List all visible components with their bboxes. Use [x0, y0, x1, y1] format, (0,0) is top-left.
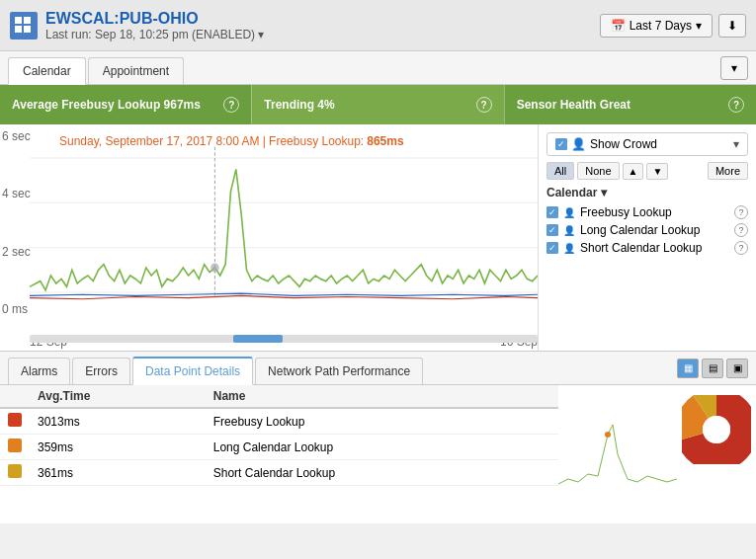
view-icon-list[interactable]: ▤ [702, 359, 723, 378]
main-tabs-row: Calendar Appointment ▾ [0, 51, 756, 85]
filter-row: All None ▲ ▼ More [546, 162, 748, 180]
chart-area[interactable]: Sunday, September 17, 2017 8:00 AM | Fre… [0, 124, 539, 351]
app-icon [10, 12, 38, 40]
col-name[interactable]: Name [206, 385, 558, 408]
bottom-tabs-row: Alarms Errors Data Point Details Network… [0, 352, 756, 385]
metric-freebusy-help[interactable]: ? [223, 97, 239, 113]
col-color [0, 385, 30, 408]
row-name-3: Short Calendar Lookup [206, 460, 558, 486]
svg-point-14 [703, 416, 730, 443]
metric-sensor-label: Sensor Health Great [517, 98, 630, 112]
view-icon-grid[interactable]: ▦ [677, 359, 699, 378]
download-icon: ⬇ [727, 19, 737, 33]
bottom-right-panel [558, 385, 756, 523]
table-row: 359ms Long Calendar Lookup [0, 435, 558, 460]
mini-sparkline [558, 405, 677, 504]
main-tabs: Calendar Appointment [8, 51, 184, 84]
pie-chart [682, 395, 751, 464]
short-calendar-label: Short Calendar Lookup [580, 241, 729, 255]
header-left: EWSCAL:PUB-OHIO Last run: Sep 18, 10:25 … [10, 10, 264, 41]
table-row: 361ms Short Calendar Lookup [0, 460, 558, 486]
color-dot-red [8, 413, 22, 427]
bottom-tabs: Alarms Errors Data Point Details Network… [8, 352, 423, 384]
short-calendar-help[interactable]: ? [734, 241, 748, 255]
freebusy-help[interactable]: ? [734, 205, 748, 219]
row-name-2: Long Calendar Lookup [206, 435, 558, 460]
y-label-0ms: 0 ms [2, 302, 31, 316]
freebusy-label: Freebusy Lookup [580, 205, 729, 219]
tab-errors[interactable]: Errors [72, 358, 130, 384]
download-button[interactable]: ⬇ [718, 14, 746, 38]
svg-rect-1 [24, 17, 31, 24]
row-name-1: Freebusy Lookup [206, 408, 558, 435]
svg-rect-3 [24, 26, 31, 33]
chart-scrollbar[interactable] [30, 335, 538, 343]
main-area: Sunday, September 17, 2017 8:00 AM | Fre… [0, 124, 756, 352]
metric-trending-help[interactable]: ? [476, 97, 492, 113]
svg-rect-0 [15, 17, 22, 24]
legend-item-long-calendar: ✓ 👤 Long Calendar Lookup ? [546, 221, 748, 239]
short-calendar-person-icon: 👤 [563, 243, 575, 254]
short-calendar-checkbox[interactable]: ✓ [546, 242, 558, 254]
row-avg-time-3: 361ms [30, 460, 206, 486]
enabled-dropdown-arrow[interactable]: ▾ [258, 28, 264, 41]
filter-all-button[interactable]: All [546, 162, 574, 180]
more-button[interactable]: More [708, 162, 748, 180]
metric-sensor-help[interactable]: ? [728, 97, 744, 113]
row-avg-time-2: 359ms [30, 435, 206, 460]
show-crowd-row[interactable]: ✓ 👤 Show Crowd ▾ [546, 132, 748, 156]
bottom-content: Avg.Time Name 3013ms Freebusy Lookup 359… [0, 385, 756, 523]
header-right: 📅 Last 7 Days ▾ ⬇ [600, 14, 746, 38]
calendar-icon: 📅 [611, 19, 626, 33]
metric-card-freebusy: Average Freebusy Lookup 967ms ? [0, 85, 251, 124]
svg-rect-2 [15, 26, 22, 33]
tab-appointment[interactable]: Appointment [88, 57, 184, 84]
tab-alarms[interactable]: Alarms [8, 358, 70, 384]
metric-cards: Average Freebusy Lookup 967ms ? Trending… [0, 85, 756, 124]
y-label-2sec: 2 sec [2, 245, 31, 259]
svg-point-9 [210, 264, 219, 273]
legend-item-freebusy: ✓ 👤 Freebusy Lookup ? [546, 203, 748, 221]
legend-title-text: Calendar [546, 186, 597, 200]
last-run-subtitle: Last run: Sep 18, 10:25 pm (ENABLED) ▾ [45, 28, 264, 41]
chart-canvas [30, 124, 538, 326]
header: EWSCAL:PUB-OHIO Last run: Sep 18, 10:25 … [0, 0, 756, 51]
data-table: Avg.Time Name 3013ms Freebusy Lookup 359… [0, 385, 558, 486]
view-icon-detail[interactable]: ▣ [726, 359, 748, 378]
legend-item-short-calendar: ✓ 👤 Short Calendar Lookup ? [546, 239, 748, 257]
row-color-indicator [0, 435, 30, 460]
legend-arrow-icon: ▾ [601, 186, 607, 200]
freebusy-person-icon: 👤 [563, 207, 575, 218]
tabs-dropdown-button[interactable]: ▾ [720, 56, 748, 80]
long-calendar-person-icon: 👤 [563, 225, 575, 236]
scroll-thumb[interactable] [233, 335, 283, 343]
date-range-dropdown-arrow: ▾ [696, 19, 702, 33]
color-dot-orange [8, 439, 22, 452]
long-calendar-help[interactable]: ? [734, 223, 748, 237]
data-table-container: Avg.Time Name 3013ms Freebusy Lookup 359… [0, 385, 558, 523]
filter-none-button[interactable]: None [577, 162, 619, 180]
arrow-down-button[interactable]: ▼ [646, 163, 668, 180]
legend-title[interactable]: Calendar ▾ [546, 186, 748, 200]
show-crowd-checkbox[interactable]: ✓ [555, 138, 567, 150]
long-calendar-checkbox[interactable]: ✓ [546, 224, 558, 236]
color-dot-yellow [8, 464, 22, 478]
metric-card-sensor: Sensor Health Great ? [504, 85, 756, 124]
legend-section: Calendar ▾ ✓ 👤 Freebusy Lookup ? ✓ 👤 Lon… [546, 186, 748, 257]
freebusy-checkbox[interactable]: ✓ [546, 206, 558, 218]
show-crowd-dropdown-arrow[interactable]: ▾ [733, 137, 739, 151]
metric-freebusy-label: Average Freebusy Lookup 967ms [12, 98, 201, 112]
crowd-person-icon: 👤 [571, 137, 586, 151]
header-title-block: EWSCAL:PUB-OHIO Last run: Sep 18, 10:25 … [45, 10, 264, 41]
col-avg-time[interactable]: Avg.Time [30, 385, 206, 408]
scroll-track[interactable] [30, 335, 538, 343]
date-range-button[interactable]: 📅 Last 7 Days ▾ [600, 14, 713, 38]
tab-calendar[interactable]: Calendar [8, 57, 86, 85]
right-panel: ✓ 👤 Show Crowd ▾ All None ▲ ▼ More Calen… [539, 124, 756, 351]
tab-network-path[interactable]: Network Path Performance [255, 358, 423, 384]
tab-data-point-details[interactable]: Data Point Details [132, 357, 253, 385]
arrow-up-button[interactable]: ▲ [623, 163, 644, 180]
table-row: 3013ms Freebusy Lookup [0, 408, 558, 435]
row-color-indicator [0, 460, 30, 486]
metric-card-trending: Trending 4% ? [251, 85, 503, 124]
